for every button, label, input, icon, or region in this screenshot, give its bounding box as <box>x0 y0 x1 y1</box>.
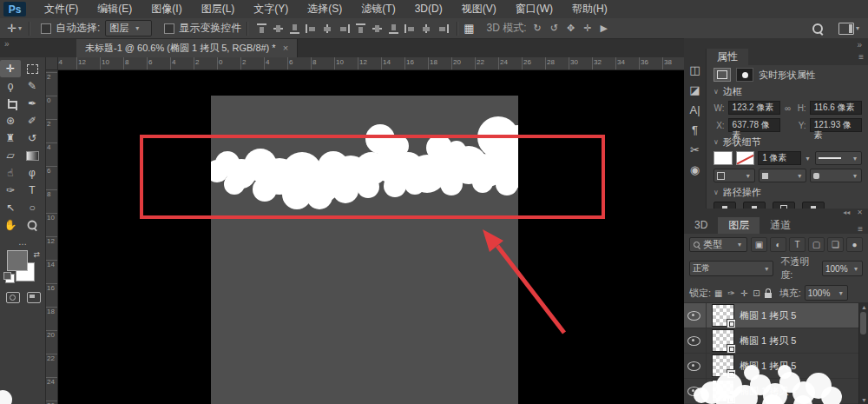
document-tab[interactable]: 未标题-1 @ 60.6% (椭圆 1 拷贝 5, RGB/8#) * × <box>76 38 298 57</box>
live-shape-icon[interactable] <box>713 68 731 82</box>
brush-tool[interactable]: ✐ <box>22 112 43 129</box>
distribute-vertical-centers-icon[interactable] <box>372 23 383 34</box>
layer-thumbnail[interactable] <box>712 354 734 377</box>
tab-图层[interactable]: 图层 <box>718 217 760 234</box>
layer-thumbnail[interactable] <box>712 380 734 402</box>
x-field[interactable]: 637.78 像素 <box>728 118 780 132</box>
layer-row[interactable]: 椭圆 1 拷贝 5 <box>684 328 868 354</box>
filter-shape-layers-icon[interactable]: ▢ <box>808 237 825 252</box>
eyedropper-tool[interactable]: ✒ <box>22 95 43 112</box>
swirl-panel-icon[interactable]: ◉ <box>690 164 700 176</box>
menu-item-窗口W[interactable]: 窗口(W) <box>506 0 562 18</box>
more-tools-icon[interactable]: … <box>2 237 45 247</box>
3d-scale-icon[interactable]: ▶ <box>600 23 607 34</box>
align-left-edges-icon[interactable] <box>306 23 317 34</box>
menu-item-3DD[interactable]: 3D(D) <box>405 0 452 18</box>
photoshop-logo[interactable]: Ps <box>3 2 26 17</box>
filter-type-layers-icon[interactable]: T <box>789 237 806 252</box>
lock-all-icon[interactable] <box>765 293 772 298</box>
shape-tool[interactable]: ○ <box>22 199 43 216</box>
eye-visibility-icon[interactable] <box>687 311 700 321</box>
filter-pin-icon[interactable]: ● <box>846 237 863 252</box>
crop-tool[interactable] <box>0 95 21 112</box>
tab-properties[interactable]: 属性 <box>707 49 748 65</box>
distribute-top-edges-icon[interactable] <box>355 23 366 34</box>
lock-artboard-icon[interactable]: ⊡ <box>753 288 760 298</box>
scrollbar-thumb[interactable] <box>860 312 866 334</box>
eye-visibility-icon[interactable] <box>687 361 700 371</box>
align-horizontal-centers-icon[interactable] <box>322 23 333 34</box>
3d-pan-icon[interactable]: ✥ <box>567 23 575 34</box>
filter-adjustment-layers-icon[interactable]: ◐ <box>770 237 786 252</box>
chevron-down-icon[interactable]: ▾ <box>806 155 810 162</box>
quick-select-tool[interactable]: ✎ <box>22 77 43 95</box>
align-top-edges-icon[interactable] <box>256 23 267 34</box>
stroke-width-field[interactable]: 1 像素 <box>758 151 800 165</box>
menu-item-文字Y[interactable]: 文字(Y) <box>244 0 298 18</box>
panel-collapse-icon[interactable]: ◂◂ <box>843 209 850 216</box>
healing-brush-tool[interactable]: ⊛ <box>0 112 21 129</box>
filter-smart-objects-icon[interactable]: ❏ <box>827 237 844 252</box>
workspace-icon[interactable] <box>838 23 854 35</box>
foreground-color-swatch[interactable] <box>7 250 28 271</box>
screen-mode-icon[interactable] <box>27 292 41 303</box>
opacity-dropdown[interactable]: 100% ▾ <box>822 261 863 276</box>
stroke-swatch[interactable] <box>736 151 755 165</box>
chevron-down-icon[interactable]: ∨ <box>713 88 719 96</box>
grid-icon[interactable]: ▦ <box>464 22 474 35</box>
scroll-down-icon[interactable]: ▼ <box>861 397 867 403</box>
mask-properties-icon[interactable] <box>736 68 753 82</box>
clone-stamp-tool[interactable]: ♜ <box>0 129 21 147</box>
panel-menu-icon[interactable]: ≡ <box>858 52 864 62</box>
move-tool[interactable]: ✛ <box>0 60 21 77</box>
character-panel-icon[interactable]: A| <box>689 104 700 116</box>
menu-item-滤镜T[interactable]: 滤镜(T) <box>352 0 404 18</box>
filter-pixel-layers-icon[interactable]: ▣ <box>751 237 767 252</box>
scissors-panel-icon[interactable]: ✂ <box>690 144 700 156</box>
menu-item-图层L[interactable]: 图层(L) <box>192 0 245 18</box>
path-select-tool[interactable]: ↖ <box>0 199 21 216</box>
vertical-ruler[interactable]: 202468101214161820222426 <box>45 70 58 404</box>
layers-scrollbar[interactable]: ▲ ▼ <box>858 303 868 404</box>
distribute-horizontal-centers-icon[interactable] <box>421 23 432 34</box>
auto-select-dropdown[interactable]: 图层 ▾ <box>105 20 152 36</box>
width-field[interactable]: 123.2 像素 <box>728 101 780 115</box>
menu-item-文件F[interactable]: 文件(F) <box>35 0 88 18</box>
show-transform-checkbox[interactable] <box>164 23 174 34</box>
type-tool[interactable]: T <box>22 182 43 199</box>
align-vertical-centers-icon[interactable] <box>273 23 284 34</box>
swap-colors-icon[interactable]: ⇄ <box>33 250 40 259</box>
stroke-align-dropdown[interactable]: ▾ <box>713 169 755 182</box>
3d-rotate-icon[interactable]: ↻ <box>534 23 542 34</box>
menu-item-编辑E[interactable]: 编辑(E) <box>88 0 141 18</box>
move-tool-icon[interactable]: ✛ <box>7 22 16 35</box>
eraser-tool[interactable]: ▱ <box>0 147 21 164</box>
distribute-left-edges-icon[interactable] <box>404 23 416 34</box>
stroke-corners-dropdown[interactable]: ▾ <box>810 169 862 182</box>
stroke-caps-dropdown[interactable]: ▾ <box>759 169 807 182</box>
chevron-down-icon[interactable]: ▾ <box>856 24 859 32</box>
layer-row[interactable]: 椭圆 1 拷贝 5 <box>684 354 868 379</box>
layer-thumbnail[interactable] <box>712 329 734 352</box>
lock-position-icon[interactable]: ✛ <box>740 288 747 298</box>
zoom-tool[interactable] <box>22 216 43 234</box>
brush-presets-panel-icon[interactable]: ◫ <box>689 64 700 76</box>
scroll-up-icon[interactable]: ▲ <box>861 304 867 310</box>
clone-source-panel-icon[interactable]: ◪ <box>689 84 700 96</box>
fill-swatch[interactable] <box>713 151 733 165</box>
tab-3D[interactable]: 3D <box>684 217 718 234</box>
eye-visibility-icon[interactable] <box>687 336 700 346</box>
lock-pixels-icon[interactable]: ✑ <box>728 288 735 298</box>
filter-type-dropdown[interactable]: 类型 ▾ <box>689 237 747 252</box>
auto-select-checkbox[interactable] <box>41 23 51 34</box>
stroke-style-dropdown[interactable]: ▾ <box>815 151 862 165</box>
close-icon[interactable]: × <box>283 43 288 53</box>
align-right-edges-icon[interactable] <box>339 23 350 34</box>
dodge-tool[interactable]: φ <box>22 164 43 182</box>
smudge-tool[interactable]: ☝ <box>0 164 21 182</box>
document-canvas[interactable] <box>211 96 518 404</box>
tab-通道[interactable]: 通道 <box>760 217 801 234</box>
horizontal-ruler[interactable]: 1412108642024681012141618202224262830323… <box>45 57 684 70</box>
panel-close-icon[interactable]: ✕ <box>857 209 863 216</box>
hand-tool[interactable]: ✋ <box>0 216 21 234</box>
